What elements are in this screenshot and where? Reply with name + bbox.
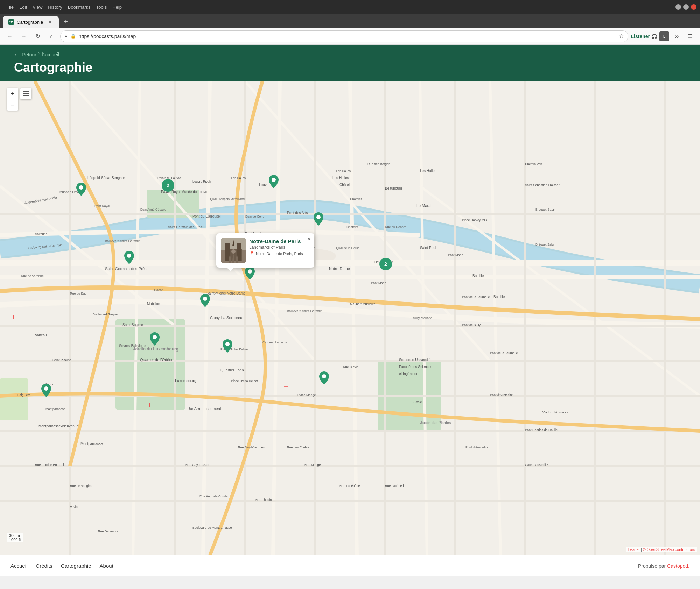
marker-jardin-plantes[interactable]: [319, 371, 329, 385]
svg-text:Luxembourg: Luxembourg: [175, 378, 196, 383]
brand-link[interactable]: Castopod.: [667, 563, 690, 569]
back-arrow-icon: ←: [14, 52, 19, 57]
svg-text:Bastille: Bastille: [493, 295, 505, 299]
svg-text:et Ingénierie: et Ingénierie: [399, 372, 418, 376]
home-button[interactable]: ⌂: [46, 31, 57, 42]
menu-bookmarks[interactable]: Bookmarks: [68, 5, 91, 10]
marker-cluster-louvre[interactable]: 2: [162, 179, 174, 192]
svg-text:Quartier Latin: Quartier Latin: [220, 368, 244, 372]
footer-nav-accueil[interactable]: Accueil: [10, 563, 27, 569]
menu-edit[interactable]: Edit: [19, 5, 27, 10]
svg-text:Rue du Bac: Rue du Bac: [70, 292, 87, 295]
svg-point-141: [79, 185, 83, 190]
svg-text:Jussieu: Jussieu: [413, 400, 424, 404]
svg-text:Boulevard du Montparnasse: Boulevard du Montparnasse: [192, 526, 232, 530]
marker-notre-dame[interactable]: [245, 267, 255, 280]
address-bar[interactable]: ● 🔒 https://podcasts.paris/map ☆: [60, 30, 628, 42]
svg-text:Pont Marie: Pont Marie: [448, 253, 463, 257]
svg-text:Quartier de l'Odéon: Quartier de l'Odéon: [140, 357, 174, 362]
minimize-button[interactable]: [676, 4, 681, 10]
page-header: ← Retour à l'accueil Cartographie: [0, 45, 700, 81]
marker-saint-germain[interactable]: [124, 251, 134, 264]
marker-montparnasse[interactable]: [41, 384, 51, 397]
forward-button[interactable]: →: [18, 31, 29, 42]
footer-nav-credits[interactable]: Crédits: [36, 563, 52, 569]
red-marker-1[interactable]: +: [11, 312, 16, 322]
notre-dame-popup: ×: [216, 233, 314, 268]
svg-text:Les Halles: Les Halles: [420, 169, 436, 173]
page-footer: Accueil Crédits Cartographie About Propu…: [0, 555, 700, 576]
marker-musee-dorsay[interactable]: [76, 183, 86, 196]
back-button[interactable]: ←: [4, 31, 15, 42]
svg-text:Notre-Dame: Notre-Dame: [329, 267, 350, 271]
svg-text:Saint-Sulpice: Saint-Sulpice: [122, 323, 143, 327]
svg-point-145: [316, 215, 321, 219]
bookmark-star-icon[interactable]: ☆: [619, 33, 624, 40]
leaflet-link[interactable]: Leaflet: [628, 547, 640, 552]
svg-text:Pont d'Austerlitz: Pont d'Austerlitz: [465, 446, 488, 449]
svg-rect-7: [0, 378, 28, 420]
popup-content: Notre-Dame de Paris Landmarks of Paris 📍…: [221, 238, 309, 263]
zoom-out-button[interactable]: −: [7, 99, 18, 111]
menu-button[interactable]: ☰: [685, 31, 696, 42]
svg-text:Rue Clovis: Rue Clovis: [343, 365, 358, 369]
marker-cluster-bastille[interactable]: 2: [379, 258, 392, 270]
popup-close-button[interactable]: ×: [308, 236, 311, 242]
maximize-button[interactable]: [683, 4, 689, 10]
marker-louvre[interactable]: [269, 175, 279, 188]
marker-pont-tournelle[interactable]: [314, 212, 323, 226]
red-marker-2[interactable]: +: [284, 382, 288, 392]
back-link[interactable]: ← Retour à l'accueil: [14, 52, 686, 57]
svg-text:5e Arrondissement: 5e Arrondissement: [189, 406, 221, 411]
svg-text:Châtelet: Châtelet: [350, 197, 362, 201]
extension-icon[interactable]: L: [659, 31, 669, 41]
cluster-count-2: 2: [384, 261, 387, 267]
svg-text:Les Halles: Les Halles: [332, 176, 349, 180]
menu-history[interactable]: History: [48, 5, 62, 10]
popup-location: 📍 Notre-Dame de Paris, Paris: [249, 251, 309, 256]
active-tab[interactable]: 🗺 Cartographie ×: [3, 16, 59, 28]
listener-label: Listener: [631, 34, 650, 39]
svg-text:Jardin des Plantes: Jardin des Plantes: [420, 421, 451, 425]
red-marker-3[interactable]: +: [147, 400, 152, 410]
svg-text:Rue Thouin: Rue Thouin: [255, 498, 272, 502]
footer-nav-cartographie[interactable]: Cartographie: [61, 563, 91, 569]
svg-text:Maubert-Mutualité: Maubert-Mutualité: [350, 302, 376, 306]
footer-brand: Propulsé par Castopod.: [638, 563, 690, 569]
marker-luxembourg[interactable]: [150, 332, 160, 346]
svg-text:Vavin: Vavin: [70, 505, 78, 509]
svg-text:Rue Lacépède: Rue Lacépède: [385, 484, 406, 488]
svg-text:Les Halles: Les Halles: [336, 169, 351, 173]
menu-help[interactable]: Help: [112, 5, 122, 10]
headphones-icon: 🎧: [651, 34, 657, 39]
security-icon: ●: [65, 34, 68, 39]
map-container[interactable]: Assemblée Nationale Musée d'Orsay Pont R…: [0, 81, 700, 555]
svg-point-146: [203, 297, 207, 301]
svg-text:Solferino: Solferino: [35, 232, 48, 236]
scale-label-m: 300 m: [9, 533, 21, 538]
svg-text:Rue Monge: Rue Monge: [304, 463, 321, 467]
map-layers-button[interactable]: [20, 88, 31, 99]
refresh-button[interactable]: ↻: [32, 31, 43, 42]
svg-text:Saint-Michel Notre Dame: Saint-Michel Notre Dame: [206, 291, 246, 295]
menu-file[interactable]: File: [6, 5, 14, 10]
scale-label-ft: 1000 ft: [9, 538, 21, 542]
zoom-in-button[interactable]: +: [7, 88, 18, 99]
menu-tools[interactable]: Tools: [96, 5, 107, 10]
menu-view[interactable]: View: [33, 5, 42, 10]
new-tab-button[interactable]: +: [60, 16, 71, 27]
svg-text:Rue Delambre: Rue Delambre: [98, 530, 118, 533]
tab-close-button[interactable]: ×: [47, 19, 53, 25]
marker-cluny[interactable]: [200, 294, 210, 307]
svg-text:Pont d'Austerlitz: Pont d'Austerlitz: [490, 393, 513, 397]
marker-5e[interactable]: [223, 339, 232, 353]
close-button[interactable]: [691, 4, 696, 10]
listener-button[interactable]: Listener 🎧: [631, 34, 657, 39]
map-background: Assemblée Nationale Musée d'Orsay Pont R…: [0, 81, 700, 555]
footer-nav-about[interactable]: About: [100, 563, 113, 569]
svg-text:Bréguet Sabin: Bréguet Sabin: [536, 243, 555, 246]
osm-link[interactable]: © OpenStreetMap contributors: [643, 547, 695, 552]
svg-text:Saint-Placide: Saint-Placide: [52, 358, 71, 362]
extensions-button[interactable]: ››: [671, 31, 682, 42]
svg-text:Châtelet: Châtelet: [340, 183, 352, 187]
